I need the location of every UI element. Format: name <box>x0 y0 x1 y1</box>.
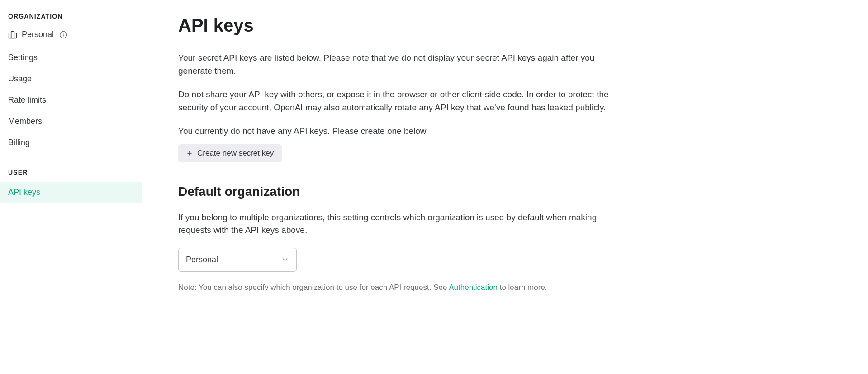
sidebar-item-rate-limits[interactable]: Rate limits <box>0 90 142 111</box>
sidebar-item-label: Usage <box>8 74 32 83</box>
org-selector-row[interactable]: Personal <box>0 26 142 47</box>
org-note: Note: You can also specify which organiz… <box>178 282 631 294</box>
sidebar-item-label: Rate limits <box>8 95 46 104</box>
note-prefix: Note: You can also specify which organiz… <box>178 283 449 292</box>
default-org-paragraph: If you belong to multiple organizations,… <box>178 211 631 237</box>
empty-state-text: You currently do not have any API keys. … <box>178 125 631 138</box>
sidebar-item-api-keys[interactable]: API keys <box>0 182 142 203</box>
org-select[interactable]: Personal <box>178 248 297 272</box>
default-org-heading: Default organization <box>178 182 631 201</box>
create-button-label: Create new secret key <box>197 149 274 158</box>
authentication-link[interactable]: Authentication <box>449 283 498 292</box>
sidebar: ORGANIZATION Personal Settings Usage Rat… <box>0 0 142 374</box>
intro-paragraph-1: Your secret API keys are listed below. P… <box>178 52 631 77</box>
plus-icon <box>186 150 193 156</box>
info-icon[interactable] <box>59 31 67 39</box>
user-section-header: USER <box>0 168 142 182</box>
org-select-value: Personal <box>186 254 218 266</box>
sidebar-item-label: Members <box>8 117 42 126</box>
page-title: API keys <box>178 12 631 39</box>
sidebar-item-label: API keys <box>8 188 40 197</box>
sidebar-item-label: Settings <box>8 53 38 62</box>
chevron-down-icon <box>281 256 289 264</box>
intro-paragraph-2: Do not share your API key with others, o… <box>178 88 631 114</box>
sidebar-item-usage[interactable]: Usage <box>0 68 142 90</box>
create-secret-key-button[interactable]: Create new secret key <box>178 144 282 162</box>
sidebar-item-settings[interactable]: Settings <box>0 47 142 68</box>
sidebar-item-billing[interactable]: Billing <box>0 132 142 153</box>
sidebar-item-label: Billing <box>8 138 30 147</box>
org-name: Personal <box>22 28 54 41</box>
org-section-header: ORGANIZATION <box>0 12 142 26</box>
sidebar-item-members[interactable]: Members <box>0 111 142 132</box>
note-suffix: to learn more. <box>498 283 547 292</box>
briefcase-icon <box>8 30 17 39</box>
svg-rect-0 <box>9 33 17 38</box>
main-content: API keys Your secret API keys are listed… <box>142 0 667 374</box>
